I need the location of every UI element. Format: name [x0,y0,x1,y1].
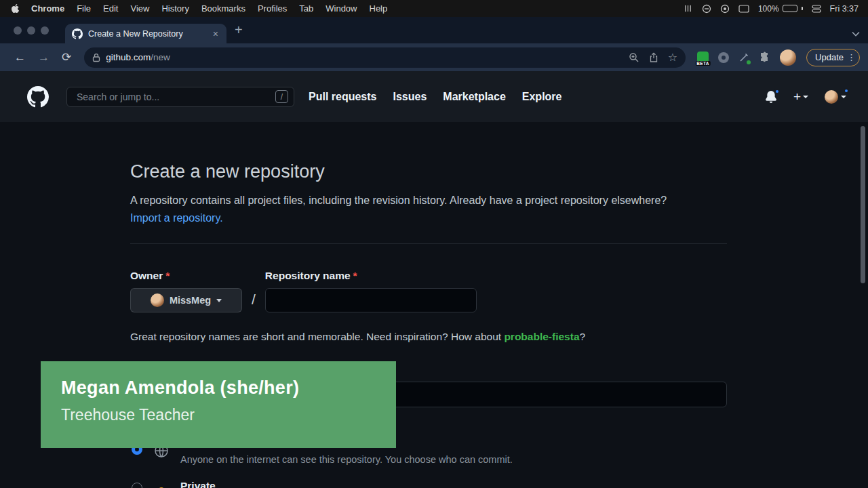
github-nav: Pull requests Issues Marketplace Explore [309,91,561,103]
browser-tab-strip: Create a New Repository × + [0,17,868,43]
nav-explore[interactable]: Explore [522,91,562,103]
bookmark-star-icon[interactable]: ☆ [668,51,677,64]
hint-question-mark: ? [580,331,586,342]
apple-menu[interactable] [9,3,25,14]
chevron-down-icon [216,299,222,302]
public-description: Anyone on the internet can see this repo… [180,454,513,465]
github-search-box[interactable]: / [66,87,294,107]
required-asterisk: * [165,270,170,281]
menu-item-file[interactable]: File [71,3,97,14]
nav-issues[interactable]: Issues [393,91,427,103]
url-text: github.com/new [106,52,170,62]
repository-name-input[interactable] [265,288,477,312]
lock-icon [153,485,170,488]
extension-knob-icon[interactable] [718,52,729,63]
screen-mirroring-icon[interactable] [683,4,693,13]
avatar-status-dot [844,88,849,94]
chevron-down-icon [803,96,808,98]
hint-text: Great repository names are short and mem… [130,331,504,342]
battery-icon [783,5,797,12]
new-tab-button[interactable]: + [235,22,243,38]
forward-button[interactable]: → [32,51,56,64]
name-hint: Great repository names are short and mem… [130,331,727,343]
menu-item-history[interactable]: History [155,3,195,14]
window-controls [14,26,49,35]
chevron-down-icon [841,96,846,98]
menu-item-edit[interactable]: Edit [97,3,124,14]
suggested-name-link[interactable]: probable-fiesta [504,331,579,342]
keyboard-icon[interactable] [738,5,749,13]
menu-item-view[interactable]: View [124,3,155,14]
battery-percent: 100% [758,4,779,14]
menu-item-window[interactable]: Window [319,3,363,14]
speaker-role: Treehouse Teacher [61,406,396,424]
battery-nub [802,7,803,10]
unread-notification-dot [774,89,780,94]
back-button[interactable]: ← [8,51,32,64]
extension-beta-icon[interactable]: BETA [697,52,709,63]
intro-text: A repository contains all project files,… [130,192,685,227]
padlock-icon[interactable] [92,53,100,62]
speaker-caption-overlay: Megan Amendola (she/her) Treehouse Teach… [41,361,396,448]
notifications-bell[interactable] [765,91,777,103]
owner-select-button[interactable]: MissMeg [130,288,242,312]
owner-name: MissMeg [170,295,211,306]
user-menu[interactable] [825,90,846,104]
extensions-puzzle-icon[interactable] [759,52,770,63]
focus-mode-icon[interactable] [702,4,711,14]
minimize-window-button[interactable] [27,26,35,35]
menu-item-help[interactable]: Help [363,3,394,14]
tab-title: Create a New Repository [88,29,212,39]
user-avatar [825,90,838,104]
url-path: /new [151,52,170,62]
address-bar[interactable]: github.com/new ☆ [84,47,686,68]
url-host: github.com [106,52,151,62]
browser-tab-active[interactable]: Create a New Repository × [65,24,226,43]
browser-toolbar: ← → ⟳ github.com/new ☆ BETA Update ⋮ [0,43,868,71]
battery-indicator[interactable]: 100% [758,4,803,14]
extension-pencil-icon[interactable] [738,52,749,63]
private-radio[interactable] [132,483,142,488]
zoom-window-button[interactable] [41,26,49,35]
reload-button[interactable]: ⟳ [56,50,77,64]
plus-icon: + [793,89,801,104]
tab-search-chevron-icon[interactable] [852,27,860,39]
divider [130,243,727,244]
github-favicon [72,28,83,39]
menu-item-bookmarks[interactable]: Bookmarks [195,3,252,14]
update-button[interactable]: Update ⋮ [806,49,860,66]
repo-name-label: Repository name* [265,270,477,282]
clock[interactable]: Fri 3:37 [830,4,859,14]
create-new-menu[interactable]: + [793,89,808,104]
repo-name-field: Repository name* [265,270,477,312]
import-repository-link[interactable]: Import a repository. [130,212,223,224]
beta-badge: BETA [695,61,710,66]
search-input[interactable] [75,91,275,103]
siri-icon[interactable] [720,4,730,14]
nav-marketplace[interactable]: Marketplace [443,91,506,103]
menu-item-tab[interactable]: Tab [293,3,319,14]
menu-item-profiles[interactable]: Profiles [252,3,293,14]
required-asterisk: * [353,270,357,281]
close-tab-icon[interactable]: × [212,29,220,39]
github-logo[interactable] [27,86,49,108]
browser-profile-avatar[interactable] [780,49,796,66]
page-title: Create a new repository [130,161,727,182]
intro-body: A repository contains all project files,… [130,195,667,206]
owner-repo-separator: / [242,291,265,312]
speaker-name: Megan Amendola (she/her) [61,378,396,399]
visibility-option-private[interactable]: Private [130,480,727,488]
menu-item-chrome[interactable]: Chrome [25,3,71,14]
owner-label: Owner* [130,270,242,282]
zoom-icon[interactable] [629,52,639,63]
nav-pull-requests[interactable]: Pull requests [309,91,376,103]
apple-icon [11,3,20,14]
page-scrollbar-thumb[interactable] [861,126,865,283]
browser-menu-kebab-icon[interactable]: ⋮ [847,52,856,62]
control-center-icon[interactable] [812,5,821,13]
owner-field: Owner* MissMeg [130,270,242,312]
private-label: Private [180,480,216,488]
share-icon[interactable] [649,52,658,63]
macos-menu-bar: Chrome File Edit View History Bookmarks … [0,0,868,17]
close-window-button[interactable] [14,26,22,35]
